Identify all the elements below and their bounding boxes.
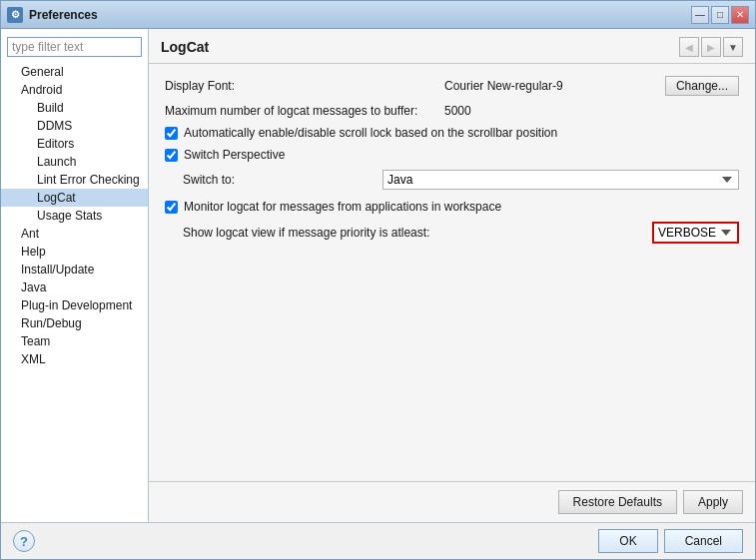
cancel-button[interactable]: Cancel <box>664 529 743 553</box>
window-title: Preferences <box>29 8 98 22</box>
nav-back-button[interactable]: ◀ <box>679 37 699 57</box>
main-content: General Android Build DDMS Editors Launc… <box>1 29 755 522</box>
maximize-button[interactable]: □ <box>711 6 729 24</box>
title-bar-left: ⚙ Preferences <box>7 7 98 23</box>
nav-dropdown-button[interactable]: ▼ <box>723 37 743 57</box>
sidebar-item-xml[interactable]: XML <box>1 350 148 368</box>
monitor-logcat-row: Monitor logcat for messages from applica… <box>165 200 739 214</box>
help-button[interactable]: ? <box>13 530 35 552</box>
max-messages-value: 5000 <box>444 104 739 118</box>
switch-to-row: Switch to: Java Android Debug <box>183 170 739 190</box>
content-area: LogCat ◀ ▶ ▼ Display Font: Courier New-r… <box>149 29 755 522</box>
display-font-label: Display Font: <box>165 79 444 93</box>
restore-defaults-button[interactable]: Restore Defaults <box>558 490 677 514</box>
sidebar: General Android Build DDMS Editors Launc… <box>1 29 149 522</box>
change-font-button[interactable]: Change... <box>665 76 739 96</box>
title-bar: ⚙ Preferences — □ ✕ <box>1 1 755 29</box>
max-messages-label: Maximum number of logcat messages to buf… <box>165 104 444 118</box>
sidebar-item-android[interactable]: Android <box>1 81 148 99</box>
sidebar-item-usagestats[interactable]: Usage Stats <box>1 207 148 225</box>
sidebar-item-editors[interactable]: Editors <box>1 135 148 153</box>
content-body: Display Font: Courier New-regular-9 Chan… <box>149 64 755 481</box>
sidebar-item-ddms[interactable]: DDMS <box>1 117 148 135</box>
nav-arrows: ◀ ▶ ▼ <box>679 37 743 57</box>
content-footer: Restore Defaults Apply <box>149 481 755 522</box>
sidebar-item-plugindev[interactable]: Plug-in Development <box>1 296 148 314</box>
apply-button[interactable]: Apply <box>683 490 743 514</box>
display-font-row: Display Font: Courier New-regular-9 Chan… <box>165 76 739 96</box>
window-footer: ? OK Cancel <box>1 522 755 559</box>
sidebar-item-build[interactable]: Build <box>1 99 148 117</box>
sidebar-item-rundebug[interactable]: Run/Debug <box>1 314 148 332</box>
close-button[interactable]: ✕ <box>731 6 749 24</box>
ok-button[interactable]: OK <box>598 529 657 553</box>
sidebar-item-installupdate[interactable]: Install/Update <box>1 261 148 279</box>
nav-forward-button[interactable]: ▶ <box>701 37 721 57</box>
sidebar-item-team[interactable]: Team <box>1 332 148 350</box>
monitor-logcat-checkbox[interactable] <box>165 201 178 214</box>
verbose-dropdown[interactable]: VERBOSE DEBUG INFO WARN ERROR ASSERT <box>652 222 739 244</box>
preferences-window: ⚙ Preferences — □ ✕ General Android Buil… <box>0 0 756 560</box>
preferences-icon: ⚙ <box>7 7 23 23</box>
sidebar-item-help[interactable]: Help <box>1 243 148 261</box>
show-logcat-row: Show logcat view if message priority is … <box>183 222 739 244</box>
switch-to-label: Switch to: <box>183 173 382 187</box>
sidebar-item-lint[interactable]: Lint Error Checking <box>1 171 148 189</box>
display-font-value: Courier New-regular-9 <box>444 79 665 93</box>
search-input[interactable] <box>7 37 142 57</box>
minimize-button[interactable]: — <box>691 6 709 24</box>
sidebar-item-general[interactable]: General <box>1 63 148 81</box>
show-logcat-label: Show logcat view if message priority is … <box>183 226 652 240</box>
sidebar-item-logcat[interactable]: LogCat <box>1 189 148 207</box>
switch-to-dropdown[interactable]: Java Android Debug <box>382 170 739 190</box>
sidebar-item-launch[interactable]: Launch <box>1 153 148 171</box>
monitor-logcat-label: Monitor logcat for messages from applica… <box>184 200 501 214</box>
sidebar-item-java[interactable]: Java <box>1 279 148 296</box>
auto-scroll-checkbox[interactable] <box>165 127 178 140</box>
auto-scroll-label: Automatically enable/disable scroll lock… <box>184 126 557 140</box>
title-controls: — □ ✕ <box>691 6 749 24</box>
switch-perspective-label: Switch Perspective <box>184 148 285 162</box>
sidebar-item-ant[interactable]: Ant <box>1 225 148 243</box>
search-box <box>7 37 142 57</box>
switch-perspective-row: Switch Perspective <box>165 148 739 162</box>
content-header: LogCat ◀ ▶ ▼ <box>149 29 755 64</box>
max-messages-row: Maximum number of logcat messages to buf… <box>165 104 739 118</box>
dialog-buttons: OK Cancel <box>598 529 743 553</box>
switch-perspective-checkbox[interactable] <box>165 149 178 162</box>
auto-scroll-row: Automatically enable/disable scroll lock… <box>165 126 739 140</box>
content-title: LogCat <box>161 39 209 55</box>
